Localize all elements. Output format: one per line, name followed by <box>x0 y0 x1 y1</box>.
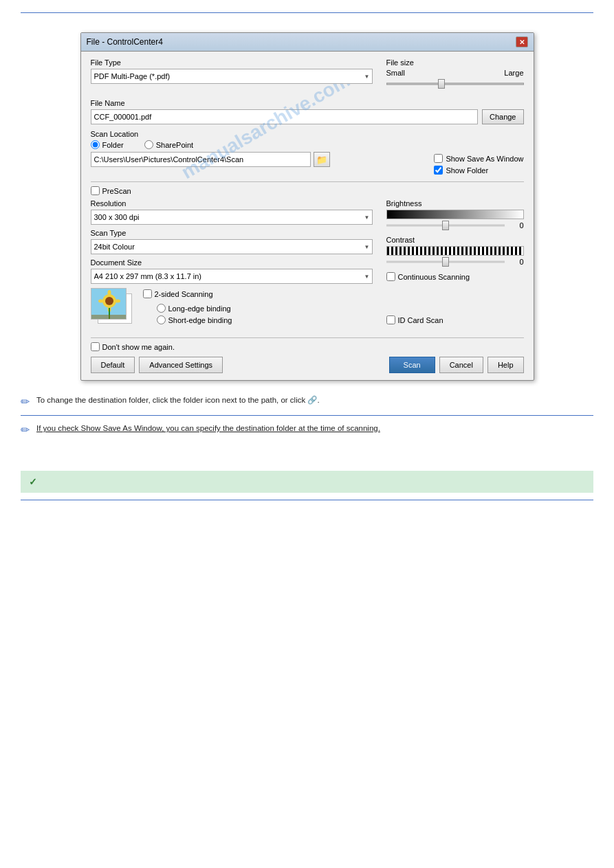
scan-location-right: Show Save As Window Show Folder <box>434 154 523 177</box>
note1-section: ✏ To change the destination folder, clic… <box>21 394 593 408</box>
file-size-labels: Small Large <box>386 69 524 77</box>
contrast-slider-track-container <box>386 257 505 267</box>
green-check-icon: ✓ <box>29 476 37 487</box>
brightness-label: Brightness <box>386 199 524 208</box>
resolution-label: Resolution <box>91 199 373 208</box>
show-folder-label: Show Folder <box>446 166 488 175</box>
slider-thumb[interactable] <box>438 79 445 89</box>
help-button[interactable]: Help <box>487 357 524 373</box>
scan-options-col: 2-sided Scanning Long-edge binding <box>143 288 232 324</box>
scan-type-select[interactable]: 24bit Colour Greyscale Black & White <box>91 239 373 254</box>
svg-rect-8 <box>91 315 127 320</box>
default-button[interactable]: Default <box>91 357 135 373</box>
dialog-window: manualsarchive.com File - ControlCenter4… <box>80 32 534 381</box>
svg-point-3 <box>107 290 111 296</box>
resolution-select[interactable]: 300 x 300 dpi 200 x 200 dpi 600 x 600 dp… <box>91 210 373 225</box>
middle-left: Resolution 300 x 300 dpi 200 x 200 dpi 6… <box>91 199 373 333</box>
two-sided-label: 2-sided Scanning <box>155 290 213 298</box>
change-button[interactable]: Change <box>482 109 524 124</box>
note2-section: ✏ If you check Show Save As Window, you … <box>21 423 593 436</box>
document-size-select-wrapper: A4 210 x 297 mm (8.3 x 11.7 in) Letter L… <box>91 269 373 284</box>
show-folder-checkbox[interactable] <box>434 166 443 175</box>
folder-label: Folder <box>102 141 124 149</box>
file-name-row: Change <box>91 109 524 124</box>
file-type-row: File Type PDF Multi-Page (*.pdf) PDF (*.… <box>91 58 524 95</box>
brightness-value: 0 <box>507 221 524 230</box>
folder-radio[interactable] <box>91 140 100 149</box>
dialog-title: File - ControlCenter4 <box>87 37 163 47</box>
sharepoint-radio[interactable] <box>144 140 153 149</box>
middle-right: Brightness 0 Contrast <box>386 199 524 333</box>
bottom-rule <box>21 500 593 500</box>
prescan-row: PreScan <box>91 186 524 195</box>
dont-show-label[interactable]: Don't show me again. <box>91 342 524 351</box>
id-card-scan-label[interactable]: ID Card Scan <box>386 315 524 324</box>
folder-radio-label[interactable]: Folder <box>91 140 124 149</box>
two-sided-checkbox[interactable] <box>143 289 152 298</box>
brightness-gradient-bar <box>386 210 524 219</box>
svg-point-6 <box>115 300 120 303</box>
contrast-value: 0 <box>507 258 524 266</box>
note1-link-icon: 🔗 <box>307 396 317 404</box>
green-check-box: ✓ <box>21 471 593 493</box>
path-input[interactable] <box>91 152 311 167</box>
id-card-scan-text: ID Card Scan <box>398 316 443 324</box>
id-card-section: ID Card Scan <box>386 315 524 324</box>
svg-point-5 <box>98 300 104 303</box>
scan-location-section: Scan Location Folder SharePoint <box>91 130 524 177</box>
scan-type-label: Scan Type <box>91 229 373 237</box>
continuous-scanning-section: Continuous Scanning <box>386 272 524 281</box>
id-card-scan-checkbox[interactable] <box>386 315 395 324</box>
continuous-scanning-text: Continuous Scanning <box>398 273 470 281</box>
advanced-settings-button[interactable]: Advanced Settings <box>139 357 223 373</box>
browse-folder-button[interactable]: 📁 <box>314 152 330 167</box>
sharepoint-radio-label[interactable]: SharePoint <box>144 140 193 149</box>
continuous-scanning-label[interactable]: Continuous Scanning <box>386 272 524 281</box>
file-size-large: Large <box>504 69 523 77</box>
short-edge-text: Short-edge binding <box>168 316 232 324</box>
long-edge-label[interactable]: Long-edge binding <box>157 304 232 313</box>
document-size-select[interactable]: A4 210 x 297 mm (8.3 x 11.7 in) Letter L… <box>91 269 373 284</box>
long-edge-text: Long-edge binding <box>168 304 231 313</box>
prescan-label: PreScan <box>102 187 131 195</box>
show-save-as-checkbox-row: Show Save As Window <box>434 154 523 163</box>
show-save-as-checkbox[interactable] <box>434 154 443 163</box>
contrast-label: Contrast <box>386 236 524 244</box>
dont-show-text: Don't show me again. <box>102 343 175 351</box>
dont-show-checkbox[interactable] <box>91 342 100 351</box>
note2-underline-text: If you check Show Save As Window, you ca… <box>36 424 380 432</box>
brightness-slider-row: 0 <box>386 221 524 230</box>
file-size-col: File size Small Large <box>386 58 524 95</box>
note2-pencil-icon: ✏ <box>21 423 30 436</box>
resolution-select-wrapper: 300 x 300 dpi 200 x 200 dpi 600 x 600 dp… <box>91 210 373 225</box>
brightness-thumb[interactable] <box>442 221 449 230</box>
continuous-scanning-checkbox[interactable] <box>386 272 395 281</box>
long-edge-radio[interactable] <box>157 304 166 313</box>
dialog-divider-1 <box>91 181 524 182</box>
file-size-slider[interactable] <box>386 78 524 89</box>
scan-preview-front <box>91 288 127 320</box>
scanner-image-area: 2-sided Scanning Long-edge binding <box>91 288 373 329</box>
short-edge-radio[interactable] <box>157 315 166 324</box>
two-sided-checkbox-label[interactable]: 2-sided Scanning <box>143 289 232 298</box>
file-type-select[interactable]: PDF Multi-Page (*.pdf) PDF (*.pdf) JPEG … <box>91 69 373 84</box>
spacer <box>21 443 593 464</box>
file-name-input[interactable] <box>91 109 478 124</box>
file-type-col: File Type PDF Multi-Page (*.pdf) PDF (*.… <box>91 58 373 95</box>
dont-show-row: Don't show me again. <box>91 342 524 351</box>
cancel-button[interactable]: Cancel <box>439 357 483 373</box>
scan-preview-image <box>91 289 127 320</box>
scan-button[interactable]: Scan <box>389 357 435 373</box>
scan-location-label: Scan Location <box>91 130 524 138</box>
prescan-checkbox[interactable] <box>91 186 100 195</box>
prescan-checkbox-label[interactable]: PreScan <box>91 186 524 195</box>
close-button[interactable]: ✕ <box>516 36 528 47</box>
dialog-buttons: Default Advanced Settings Scan Cancel He… <box>91 357 524 373</box>
sharepoint-label: SharePoint <box>156 141 193 149</box>
contrast-slider-row: 0 <box>386 257 524 267</box>
scan-preview-container <box>91 288 138 329</box>
show-folder-checkbox-row: Show Folder <box>434 166 523 175</box>
short-edge-label[interactable]: Short-edge binding <box>157 315 232 324</box>
file-size-label: File size <box>386 58 524 67</box>
contrast-thumb[interactable] <box>442 257 449 267</box>
